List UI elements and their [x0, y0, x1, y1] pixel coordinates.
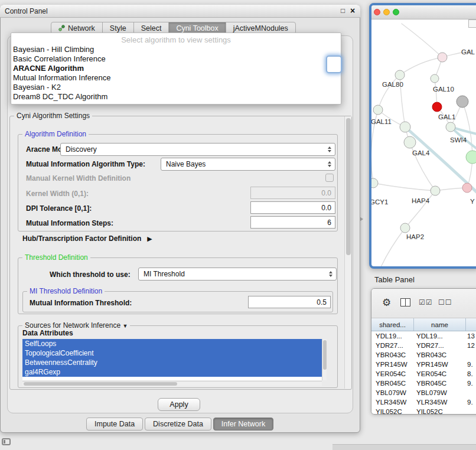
table-panel-window: ⚙ ☑☑ ☐☐ shared... name YDL19...YDL19...1… — [371, 288, 476, 415]
network-edge[interactable] — [402, 24, 442, 57]
network-node[interactable] — [400, 223, 410, 233]
algorithm-combo-focus-fragment[interactable] — [326, 56, 342, 73]
sources-list-hscrollbar[interactable] — [22, 381, 322, 386]
table-cell: YLR345W — [414, 399, 466, 406]
table-cell: YPR145W — [414, 361, 466, 368]
network-node[interactable] — [466, 151, 476, 164]
network-edge[interactable] — [400, 57, 442, 75]
network-edge[interactable] — [462, 102, 472, 157]
hub-definition-label: Hub/Transcription Factor Definition — [22, 234, 141, 243]
network-edge[interactable] — [373, 183, 435, 191]
table-row[interactable]: YDL19...YDL19...13 — [371, 331, 476, 341]
kernel-width-input — [250, 187, 335, 199]
bottom-tab-impute-data[interactable]: Impute Data — [86, 418, 143, 431]
expanded-arrow-icon[interactable]: ▼ — [122, 323, 128, 329]
sources-hscroll-thumb[interactable] — [24, 382, 177, 386]
close-traffic-light[interactable] — [374, 9, 380, 15]
network-edge[interactable] — [378, 75, 400, 110]
network-scrollbar-corner[interactable] — [468, 19, 476, 28]
mi-threshold-label: Mutual Information Threshold: — [30, 299, 132, 307]
tab-label: Select — [141, 24, 162, 32]
algorithm-option-dream8-dc-tdc-algorithm[interactable]: Dream8 DC_TDC Algorithm — [11, 92, 341, 102]
control-panel-titlebar[interactable]: Control Panel □ × — [0, 5, 360, 18]
column-header-name[interactable]: name — [414, 318, 466, 331]
table-cell: YBR045C — [371, 380, 414, 387]
table-row[interactable]: YLR345WYLR345W9. — [371, 397, 476, 407]
network-node[interactable] — [457, 96, 468, 107]
threshold-definition-title: Threshold Definition — [22, 253, 90, 262]
window-title: Control Panel — [5, 7, 48, 15]
data-attribute-option-gal4rgexp[interactable]: gal4RGexp — [22, 367, 322, 377]
show-columns-icon[interactable] — [400, 298, 410, 306]
algorithm-option-bayesian-hill-climbing[interactable]: Bayesian - Hill Climbing — [11, 45, 341, 54]
table-row[interactable]: YPR145WYPR145W9. — [371, 360, 476, 369]
network-node[interactable] — [462, 183, 472, 193]
bottom-window-edge — [332, 444, 476, 450]
network-node[interactable] — [446, 122, 455, 132]
mi-algorithm-type-select[interactable]: Naive Bayes — [161, 158, 335, 171]
mi-steps-input[interactable] — [250, 216, 335, 229]
network-canvas[interactable]: GALGAL80GAL10GAL11GAL1SWI4GAL4GCY1HAP4HA… — [371, 19, 476, 266]
select-all-columns-icon[interactable]: ☑☑ — [419, 298, 433, 306]
column-header-partial[interactable] — [466, 318, 476, 331]
data-attributes-list[interactable]: SelfLoopsTopologicalCoefficientBetweenne… — [22, 339, 322, 380]
network-edge[interactable] — [381, 228, 405, 266]
network-node[interactable] — [373, 105, 383, 115]
gear-icon[interactable]: ⚙ — [382, 296, 391, 309]
bottom-tab-infer-network[interactable]: Infer Network — [213, 418, 273, 431]
algorithm-option-bayesian-k2[interactable]: Bayesian - K2 — [11, 83, 341, 92]
network-node[interactable] — [404, 136, 416, 148]
network-edge[interactable] — [405, 191, 435, 228]
data-attribute-option-selfloops[interactable]: SelfLoops — [22, 339, 322, 348]
data-attributes-label: Data Attributes — [22, 329, 73, 337]
sources-vscroll-thumb[interactable] — [323, 340, 327, 370]
table-row[interactable]: YER054CYER054C8. — [371, 369, 476, 379]
table-cell: YBL079W — [414, 389, 466, 396]
algorithm-option-basic-correlation-inference[interactable]: Basic Correlation Inference — [11, 54, 341, 64]
table-cell: 13 — [466, 332, 476, 340]
table-row[interactable]: YBL079WYBL079W — [371, 388, 476, 397]
which-threshold-value: MI Threshold — [144, 270, 185, 278]
network-node[interactable] — [431, 186, 440, 195]
aracne-mode-select[interactable]: Discovery — [60, 143, 335, 156]
table-cell: YBR043C — [414, 351, 466, 358]
table-row[interactable]: YIL052CYIL052C — [371, 407, 476, 414]
table-row[interactable]: YBR043CYBR043C — [371, 350, 476, 360]
apply-button[interactable]: Apply — [158, 398, 200, 411]
network-node-label: GAL10 — [433, 86, 454, 93]
column-header-shared[interactable]: shared... — [371, 318, 414, 331]
settings-scrollbar-thumb[interactable] — [346, 118, 351, 255]
minimize-traffic-light[interactable] — [383, 9, 390, 15]
network-node[interactable] — [432, 102, 442, 112]
data-attribute-option-betweennesscentrality[interactable]: BetweennessCentrality — [22, 358, 322, 367]
mi-steps-label: Mutual Information Steps: — [26, 219, 113, 227]
algorithm-option-aracne-algorithm[interactable]: ARACNE Algorithm — [11, 64, 341, 73]
which-threshold-select[interactable]: MI Threshold — [138, 268, 337, 281]
network-node[interactable] — [395, 70, 405, 80]
panel-dock-icon[interactable] — [2, 438, 11, 445]
network-node[interactable] — [431, 74, 439, 83]
zoom-traffic-light[interactable] — [393, 9, 399, 15]
table-row[interactable]: YBR045CYBR045C9. — [371, 379, 476, 388]
data-attribute-option-topologicalcoefficient[interactable]: TopologicalCoefficient — [22, 348, 322, 358]
sources-list-vscrollbar[interactable] — [322, 339, 327, 380]
network-window-titlebar[interactable] — [371, 5, 476, 19]
network-node[interactable] — [400, 122, 410, 132]
bottom-tab-discretize-data[interactable]: Discretize Data — [145, 418, 211, 431]
split-pane-arrow-icon[interactable] — [360, 217, 363, 221]
mi-threshold-input[interactable] — [248, 296, 331, 308]
algorithm-option-mutual-information-inference[interactable]: Mutual Information Inference — [11, 73, 341, 83]
collapsed-arrow-icon[interactable]: ▶ — [147, 235, 152, 243]
network-node[interactable] — [438, 53, 447, 62]
dropdown-placeholder: Select algorithm to view settings — [11, 35, 341, 45]
close-window-icon[interactable]: × — [350, 6, 355, 15]
network-node[interactable] — [371, 178, 378, 188]
deselect-all-columns-icon[interactable]: ☐☐ — [438, 298, 452, 306]
dpi-tolerance-input[interactable] — [250, 201, 335, 214]
bottom-tab-bar: Impute DataDiscretize DataInfer Network — [86, 418, 273, 431]
table-row[interactable]: YDR27...YDR27...12 — [371, 341, 476, 350]
table-cell: YBL079W — [371, 389, 414, 396]
hub-definition-section[interactable]: Hub/Transcription Factor Definition ▶ — [22, 234, 152, 243]
settings-scrollbar[interactable] — [344, 116, 351, 389]
float-window-icon[interactable]: □ — [341, 6, 345, 15]
